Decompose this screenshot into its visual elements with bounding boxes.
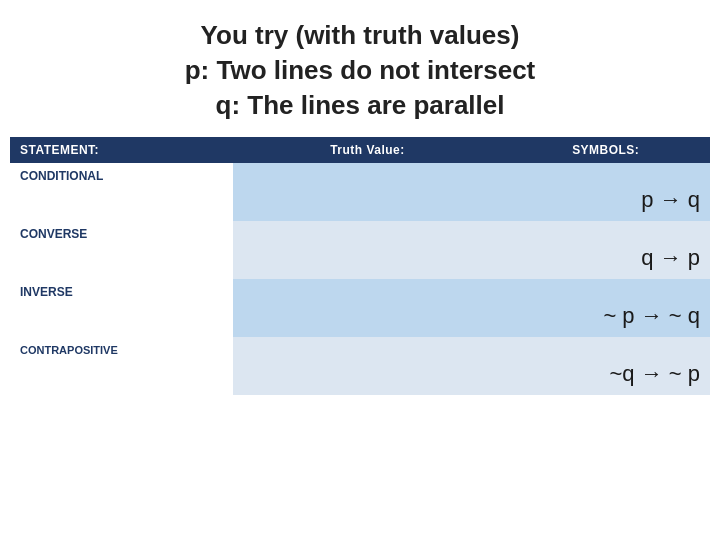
table-row: INVERSE	[10, 279, 710, 301]
col-header-statement: STATEMENT:	[10, 137, 233, 163]
table-row-symbol: ~ p → ~ q	[10, 301, 710, 337]
contrapositive-truth	[233, 337, 501, 359]
inverse-label: INVERSE	[10, 279, 233, 301]
converse-label: CONVERSE	[10, 221, 233, 243]
table-row: CONVERSE	[10, 221, 710, 243]
conditional-symbol-cell	[501, 163, 710, 185]
converse-truth	[233, 221, 501, 243]
table-row: CONDITIONAL	[10, 163, 710, 185]
table-row-symbol: p → q	[10, 185, 710, 221]
inverse-symbol: ~ p → ~ q	[501, 301, 710, 337]
conditional-symbol: p → q	[501, 185, 710, 221]
header-line2: p: Two lines do not intersect	[20, 53, 700, 88]
header-line1: You try (with truth values)	[20, 18, 700, 53]
page-header: You try (with truth values) p: Two lines…	[0, 0, 720, 137]
logic-table: STATEMENT: Truth Value: SYMBOLS: CONDITI…	[10, 137, 710, 395]
inverse-symbol-cell	[501, 279, 710, 301]
conditional-label: CONDITIONAL	[10, 163, 233, 185]
table-row: CONTRAPOSITIVE	[10, 337, 710, 359]
table-row-symbol: ~q → ~ p	[10, 359, 710, 395]
table-row-symbol: q → p	[10, 243, 710, 279]
converse-symbol: q → p	[501, 243, 710, 279]
inverse-truth	[233, 279, 501, 301]
table-wrapper: STATEMENT: Truth Value: SYMBOLS: CONDITI…	[0, 137, 720, 395]
col-header-symbols: SYMBOLS:	[501, 137, 710, 163]
converse-symbol-cell	[501, 221, 710, 243]
contrapositive-symbol-cell	[501, 337, 710, 359]
col-header-truth: Truth Value:	[233, 137, 501, 163]
contrapositive-label: CONTRAPOSITIVE	[10, 337, 233, 359]
header-line3: q: The lines are parallel	[20, 88, 700, 123]
conditional-truth	[233, 163, 501, 185]
contrapositive-symbol: ~q → ~ p	[501, 359, 710, 395]
